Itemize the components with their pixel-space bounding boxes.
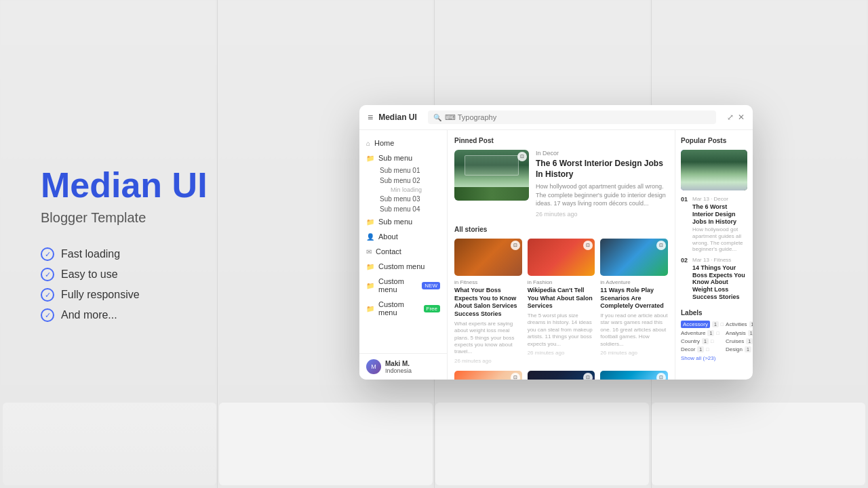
label-design: Design 1 □	[726, 346, 753, 352]
bottom-panel-4	[652, 403, 865, 485]
label-accessory-count[interactable]: 1	[712, 321, 719, 327]
label-activities-count[interactable]: 1	[749, 321, 753, 327]
label-decor-name: Decor	[681, 346, 695, 352]
titlebar-actions: ⤢ ✕	[727, 113, 745, 122]
pinned-post-image: ⊡	[454, 150, 529, 201]
label-cruises-name: Cruises	[726, 338, 744, 344]
check-icon-1: ✓	[41, 247, 54, 261]
label-adventure-count[interactable]: 1	[707, 330, 714, 336]
pinned-post-content: In Decor The 6 Worst Interior Design Job…	[536, 150, 668, 218]
story2-excerpt: The 5 worst plus size dreams in history.…	[528, 312, 595, 348]
content-area: Pinned Post ⊡ In Decor The 6 Worst Inter…	[448, 130, 753, 380]
resize-icon[interactable]: ⤢	[727, 113, 734, 122]
sidebar-item-submenu2[interactable]: 📁 Sub menu	[359, 214, 447, 229]
sidebar-minheading: Min loading	[374, 186, 447, 194]
sidebar-submenu03[interactable]: Sub menu 03	[374, 194, 447, 204]
folder-icon-1: 📁	[366, 155, 374, 162]
feature-item-3: ✓ Fully responsive	[41, 288, 359, 302]
bottom3-bookmark[interactable]: ⊡	[656, 373, 666, 380]
bottom-card-3: ⊡ in Flights	[600, 371, 668, 380]
popular-item1-content: Mar 13 · Decor The 6 Worst Interior Desi…	[692, 196, 747, 253]
popular-item1-excerpt: How hollywood got apartment guides all w…	[692, 226, 747, 252]
label-cruises-count[interactable]: 1	[746, 338, 753, 344]
user-avatar: M	[366, 359, 381, 374]
titlebar-brand: Median UI	[378, 113, 417, 122]
sidebar-item-custommenu2[interactable]: 📁 Custom menu NEW	[359, 274, 447, 297]
bottom-img-3: ⊡	[600, 371, 668, 380]
popular-num-2: 02	[681, 257, 689, 264]
story2-title[interactable]: Wikipedia Can't Tell You What About Salo…	[528, 287, 595, 310]
story3-excerpt: If you read one article about star wars …	[600, 312, 668, 348]
new-badge: NEW	[422, 282, 440, 289]
contact-icon: ✉	[366, 248, 372, 256]
bottom-panel-3	[435, 403, 649, 485]
sidebar-user: M Maki M. Indonesia	[359, 353, 447, 380]
sidebar-submenu02[interactable]: Sub menu 02	[374, 176, 447, 186]
sidebar-custommenu2-label: Custom menu	[378, 277, 416, 293]
sidebar-nav: ⌂ Home 📁 Sub menu Sub menu 01 Sub menu 0…	[359, 130, 447, 353]
search-bar[interactable]: 🔍	[428, 110, 716, 124]
popular-item1-title[interactable]: The 6 Worst Interior Design Jobs In Hist…	[692, 203, 747, 225]
label-country: Country 1 □	[681, 338, 724, 344]
folder-icon-5: 📁	[366, 305, 374, 312]
close-icon[interactable]: ✕	[738, 113, 745, 122]
story3-category: in Adventure	[600, 279, 668, 285]
sidebar-item-home[interactable]: ⌂ Home	[359, 136, 447, 150]
popular-item-2: 02 Mar 13 · Fitness 14 Things Your Boss …	[681, 257, 747, 302]
folder-icon-4: 📁	[366, 282, 374, 289]
bottom1-bookmark[interactable]: ⊡	[511, 373, 520, 380]
pinned-excerpt: How hollywood got apartment guides all w…	[536, 182, 668, 208]
story1-title[interactable]: What Your Boss Expects You to Know About…	[454, 287, 522, 319]
sidebar-contact-label: Contact	[376, 247, 401, 256]
search-icon: 🔍	[433, 114, 441, 121]
sidebar-submenu01[interactable]: Sub menu 01	[374, 165, 447, 176]
popular-item2-title[interactable]: 14 Things Your Boss Expects You Know Abo…	[692, 264, 747, 301]
label-decor: Decor 1 □	[681, 346, 724, 352]
feature-label-4: And more...	[61, 309, 117, 321]
label-activities: Activities 1 □	[726, 321, 753, 328]
bottom-card-2: ⊡ in Flights	[528, 371, 595, 380]
sidebar-submenu-group: Sub menu 01 Sub menu 02 Min loading Sub …	[359, 165, 447, 214]
show-all-labels[interactable]: Show all (>23)	[681, 355, 747, 361]
feature-item-2: ✓ Easy to use	[41, 268, 359, 281]
story3-bookmark[interactable]: ⊡	[656, 241, 666, 250]
sidebar-item-custommenu3[interactable]: 📁 Custom menu Free	[359, 297, 447, 320]
check-icon-3: ✓	[41, 288, 54, 302]
story-card-3: ⊡ in Adventure 11 Ways Role Play Scenari…	[600, 239, 668, 364]
story3-title[interactable]: 11 Ways Role Play Scenarios Are Complete…	[600, 287, 668, 310]
bottom-img-1: ⊡	[454, 371, 522, 380]
sidebar-submenu04[interactable]: Sub menu 04	[374, 204, 447, 214]
sidebar-item-about[interactable]: 👤 About	[359, 229, 447, 244]
story1-category: in Fitness	[454, 279, 522, 285]
label-design-count[interactable]: 1	[745, 346, 751, 352]
story2-time: 26 minutes ago	[528, 350, 595, 356]
user-location: Indonesia	[385, 367, 412, 374]
sidebar-item-custommenu1[interactable]: 📁 Custom menu	[359, 259, 447, 274]
label-country-icon: □	[711, 339, 713, 344]
label-adventure: Adventure 1 □	[681, 330, 724, 336]
story-img-1: ⊡	[454, 239, 522, 276]
label-accessory-icon: □	[721, 322, 724, 327]
label-country-count[interactable]: 1	[702, 338, 709, 344]
pinned-title[interactable]: The 6 Worst Interior Design Jobs In Hist…	[536, 159, 668, 180]
bottom-card-1: ⊡ in Activities	[454, 371, 522, 380]
user-name: Maki M.	[385, 360, 412, 367]
search-input[interactable]	[445, 113, 711, 121]
feature-label-3: Fully responsive	[61, 289, 140, 301]
articles-area: Pinned Post ⊡ In Decor The 6 Worst Inter…	[448, 130, 675, 380]
menu-icon[interactable]: ≡	[368, 112, 373, 123]
bottom-stories: ⊡ in Activities ⊡ in Flights	[454, 371, 668, 380]
pinned-bookmark-icon[interactable]: ⊡	[517, 152, 527, 161]
story1-time: 26 minutes ago	[454, 358, 522, 364]
label-analysis-count[interactable]: 1	[748, 330, 753, 336]
free-badge: Free	[424, 305, 440, 312]
about-icon: 👤	[366, 233, 374, 241]
feature-label-1: Fast loading	[61, 248, 120, 260]
story1-bookmark[interactable]: ⊡	[511, 241, 520, 250]
feature-label-2: Easy to use	[61, 268, 118, 281]
label-accessory-name: Accessory	[681, 321, 710, 328]
labels-title: Labels	[681, 309, 747, 317]
label-decor-count[interactable]: 1	[697, 346, 704, 352]
sidebar-item-contact[interactable]: ✉ Contact	[359, 244, 447, 259]
sidebar-item-submenu1[interactable]: 📁 Sub menu	[359, 150, 447, 165]
